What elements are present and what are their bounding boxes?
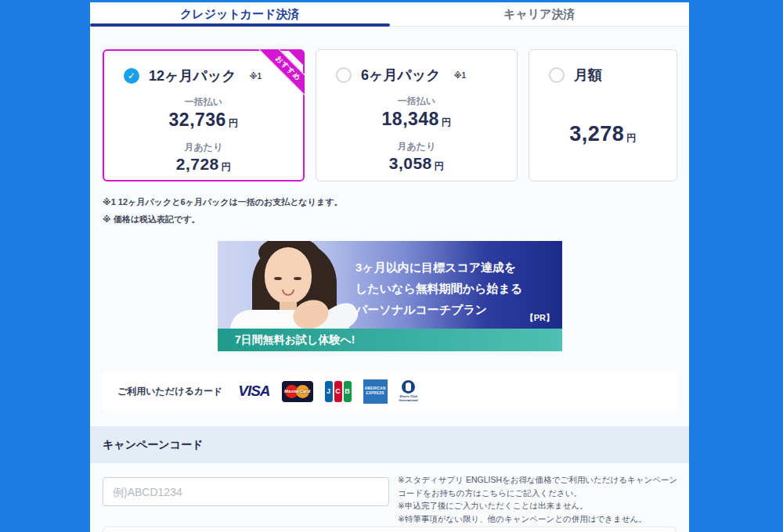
currency-unit: 円 [229,117,239,128]
currency-unit: 円 [626,132,637,143]
radio-unchecked-icon[interactable] [336,67,352,83]
radio-checked-icon[interactable]: ✓ [124,68,139,84]
campaign-note-line: ※特筆事項がない限り、他のキャンペーンとの併用はできません。 [398,512,684,526]
diners-slit [406,383,411,391]
amex-word: EXPRESS [366,391,384,396]
plan-note-ref: ※1 [454,71,466,80]
jcb-bar-c: C [334,381,342,402]
jcb-bar-j: J [325,381,333,402]
diners-circle-icon [402,380,415,394]
plan-note-line: ※1 12ヶ月パックと6ヶ月パックは一括のお支払となります。 [103,193,343,210]
campaign-title: キャンペーンコード [103,438,203,452]
plan-title: 月額 [574,66,602,84]
lump-sum-label: 一括払い [316,95,517,108]
lump-sum-price: 18,348円 [316,109,517,130]
plan-card-6month[interactable]: 6ヶ月パック ※1 一括払い 18,348円 月あたり 3,058円 [316,49,518,182]
jcb-logo: J C B [325,381,352,402]
plan-card-12month[interactable]: おすすめ ✓ 12ヶ月パック ※1 一括払い 32,736円 月あたり 2,72… [103,49,305,182]
tab-credit-card-label: クレジットカード決済 [180,7,299,22]
radio-unchecked-icon[interactable] [549,67,565,83]
campaign-note-line: ※スタディサプリ ENGLISHをお得な価格でご利用いただけるキャンペーンコード… [398,473,684,499]
jcb-bar-b: B [344,381,352,402]
currency-unit: 円 [435,160,445,171]
currency-unit: 円 [222,161,232,172]
diners-wordmark: Diners Club International [399,394,418,402]
plan-title: 6ヶ月パック [361,66,441,84]
payment-panel: クレジットカード決済 キャリア決済 おすすめ ✓ 12ヶ月パック ※1 一括払い… [90,2,689,532]
per-month-label: 月あたり [104,141,303,154]
plan-title: 12ヶ月パック [149,66,236,85]
pr-badge: 【PR】 [525,312,554,324]
next-section-peek [103,527,677,532]
page-background: クレジットカード決済 キャリア決済 おすすめ ✓ 12ヶ月パック ※1 一括払い… [0,0,783,532]
plan-note-line: ※ 価格は税込表記です。 [103,210,343,228]
promo-banner-image: 3ヶ月以内に目標スコア達成を したいなら無料期間から始まる パーソナルコーチプラ… [218,241,562,329]
tab-carrier[interactable]: キャリア決済 [390,2,690,26]
currency-unit: 円 [442,117,452,128]
lump-sum-label: 一括払い [104,95,303,109]
tab-carrier-label: キャリア決済 [503,7,575,22]
promo-line: 3ヶ月以内に目標スコア達成を [355,257,556,278]
mastercard-wordmark: MasterCard [282,389,313,394]
campaign-code-input[interactable] [103,477,389,506]
per-month-price: 2,728円 [104,155,303,174]
amex-logo: AMERICAN EXPRESS [363,379,388,404]
card-brand-logos: VISA MasterCard J C B AMERICAN EXPRESS [238,379,417,404]
campaign-notes: ※スタディサプリ ENGLISHをお得な価格でご利用いただけるキャンペーンコード… [398,473,684,525]
promo-line: したいなら無料期間から始まる [355,278,556,299]
accepted-cards-label: ご利用いただけるカード [117,385,222,398]
diners-logo: Diners Club International [399,380,418,402]
woman-eye [274,277,282,280]
promo-banner[interactable]: 3ヶ月以内に目標スコア達成を したいなら無料期間から始まる パーソナルコーチプラ… [218,241,562,351]
per-month-label: 月あたり [316,140,517,153]
lump-sum-price: 32,736円 [104,110,303,131]
plan-notes: ※1 12ヶ月パックと6ヶ月パックは一括のお支払となります。 ※ 価格は税込表記… [103,193,343,228]
visa-logo: VISA [238,383,269,400]
plan-note-ref: ※1 [250,72,262,81]
tab-credit-card[interactable]: クレジットカード決済 [90,2,390,26]
monthly-price: 3,278円 [529,122,677,146]
campaign-section-header: キャンペーンコード [90,426,689,463]
per-month-price: 3,058円 [316,154,517,173]
campaign-note-line: ※申込完了後にご入力いただくことは出来ません。 [398,499,684,512]
woman-eye [294,277,301,280]
promo-banner-copy: 3ヶ月以内に目標スコア達成を したいなら無料期間から始まる パーソナルコーチプラ… [355,257,556,320]
promo-cta-bar[interactable]: 7日間無料お試し体験へ! [218,329,562,351]
tab-active-underline [90,23,390,27]
mastercard-logo: MasterCard [282,381,313,402]
plan-card-monthly[interactable]: 月額 3,278円 [529,49,677,182]
payment-method-tabs: クレジットカード決済 キャリア決済 [90,2,689,27]
accepted-cards-box: ご利用いただけるカード VISA MasterCard J C B AMERIC… [103,370,677,412]
